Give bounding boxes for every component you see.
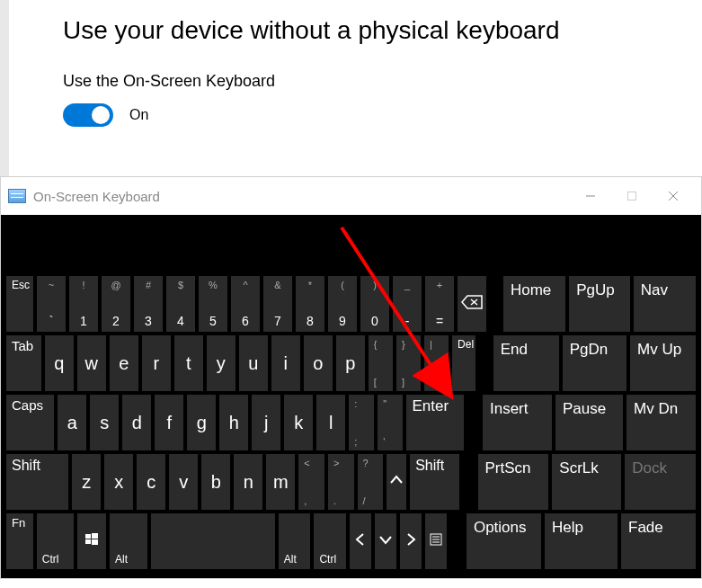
key-mvdn[interactable]: Mv Dn <box>626 395 696 450</box>
key-comma[interactable]: <, <box>298 454 324 510</box>
page-title: Use your device without a physical keybo… <box>63 16 560 45</box>
key-del[interactable]: Del <box>452 335 475 391</box>
key-m[interactable]: m <box>266 454 295 510</box>
key-left[interactable] <box>350 513 371 569</box>
key-x[interactable]: x <box>104 454 133 510</box>
key-w[interactable]: w <box>77 335 106 391</box>
key-sym12[interactable]: += <box>425 276 454 332</box>
key-p[interactable]: p <box>336 335 365 391</box>
key-pause[interactable]: Pause <box>555 395 623 450</box>
key-v[interactable]: v <box>169 454 198 510</box>
key-right[interactable] <box>400 513 422 569</box>
minimize-button[interactable] <box>570 177 611 215</box>
key-y[interactable]: y <box>207 335 235 391</box>
key-slash[interactable]: ?/ <box>358 454 384 510</box>
osk-toggle[interactable] <box>63 103 113 127</box>
key-5[interactable]: %5 <box>199 276 227 332</box>
key-7[interactable]: &7 <box>263 276 292 332</box>
key-caps[interactable]: Caps <box>6 395 54 450</box>
key-quote[interactable]: "' <box>378 395 403 450</box>
key-f[interactable]: f <box>155 395 183 450</box>
key-ctrl-right[interactable]: Ctrl <box>314 513 346 569</box>
key-4[interactable]: $4 <box>166 276 195 332</box>
key-i[interactable]: i <box>271 335 300 391</box>
key-options[interactable]: Options <box>467 513 541 569</box>
maximize-button[interactable] <box>611 177 653 215</box>
key-help[interactable]: Help <box>545 513 618 569</box>
key-h[interactable]: h <box>219 395 248 450</box>
svg-rect-1 <box>628 192 636 200</box>
key-e[interactable]: e <box>110 335 138 391</box>
key-win[interactable] <box>77 513 106 569</box>
key-z[interactable]: z <box>72 454 101 510</box>
key-s[interactable]: s <box>90 395 119 450</box>
key-2[interactable]: @2 <box>102 276 130 332</box>
key-bracket-right[interactable]: }] <box>396 335 421 391</box>
key-dock[interactable]: Dock <box>625 454 696 510</box>
key-8[interactable]: *8 <box>296 276 324 332</box>
key-sym11[interactable]: _- <box>393 276 422 332</box>
key-shift-left[interactable]: Shift <box>6 454 68 510</box>
key-g[interactable]: g <box>187 395 216 450</box>
key-alt-right[interactable]: Alt <box>279 513 311 569</box>
key-0[interactable]: )0 <box>360 276 389 332</box>
key-bracket-left[interactable]: {[ <box>369 335 393 391</box>
key-6[interactable]: ^6 <box>231 276 260 332</box>
key-tab[interactable]: Tab <box>6 335 41 391</box>
key-mvup[interactable]: Mv Up <box>630 335 696 391</box>
key-prtscn[interactable]: PrtScn <box>478 454 549 510</box>
key-period[interactable]: >. <box>328 454 354 510</box>
sidebar-edge <box>0 0 9 180</box>
key-c[interactable]: c <box>137 454 165 510</box>
key-nav[interactable]: Nav <box>634 276 696 332</box>
key-3[interactable]: #3 <box>134 276 163 332</box>
key-sym0[interactable]: ~` <box>37 276 66 332</box>
windows-icon <box>84 532 99 550</box>
chevron-left-icon <box>351 530 369 552</box>
chevron-down-icon <box>377 530 395 552</box>
key-ctrl-left[interactable]: Ctrl <box>37 513 75 569</box>
key-q[interactable]: q <box>45 335 74 391</box>
key-1[interactable]: !1 <box>69 276 98 332</box>
close-button[interactable] <box>653 177 694 215</box>
key-j[interactable]: j <box>252 395 280 450</box>
key-b[interactable]: b <box>201 454 230 510</box>
key-9[interactable]: (9 <box>328 276 357 332</box>
toggle-state-text: On <box>129 107 148 123</box>
key-space[interactable] <box>151 513 275 569</box>
osk-titlebar[interactable]: On-Screen Keyboard <box>1 177 701 215</box>
key-down[interactable] <box>375 513 396 569</box>
key-pgup[interactable]: PgUp <box>569 276 630 332</box>
chevron-up-icon <box>387 471 405 493</box>
key-up[interactable] <box>387 454 406 510</box>
key-backslash[interactable]: |\ <box>424 335 449 391</box>
keyboard-icon <box>8 189 26 203</box>
key-scrlk[interactable]: ScrLk <box>552 454 621 510</box>
key-menu[interactable] <box>425 513 447 569</box>
key-shift-right[interactable]: Shift <box>410 454 458 510</box>
toggle-knob <box>92 106 110 124</box>
svg-rect-6 <box>85 534 91 539</box>
key-d[interactable]: d <box>122 395 151 450</box>
key-r[interactable]: r <box>142 335 171 391</box>
key-n[interactable]: n <box>234 454 262 510</box>
backspace-icon <box>461 295 483 313</box>
key-t[interactable]: t <box>174 335 203 391</box>
key-k[interactable]: k <box>284 395 313 450</box>
key-fn[interactable]: Fn <box>6 513 33 569</box>
key-a[interactable]: a <box>58 395 86 450</box>
key-enter[interactable]: Enter <box>406 395 464 450</box>
key-fade[interactable]: Fade <box>621 513 696 569</box>
key-home[interactable]: Home <box>503 276 565 332</box>
key-alt-left[interactable]: Alt <box>110 513 147 569</box>
menu-icon <box>430 533 442 549</box>
key-pgdn[interactable]: PgDn <box>563 335 626 391</box>
key-l[interactable]: l <box>316 395 345 450</box>
key-semicolon[interactable]: :; <box>349 395 374 450</box>
key-esc[interactable]: Esc <box>6 276 33 332</box>
key-backspace[interactable] <box>458 276 486 332</box>
key-end[interactable]: End <box>493 335 559 391</box>
key-insert[interactable]: Insert <box>483 395 552 450</box>
key-u[interactable]: u <box>239 335 268 391</box>
key-o[interactable]: o <box>304 335 333 391</box>
